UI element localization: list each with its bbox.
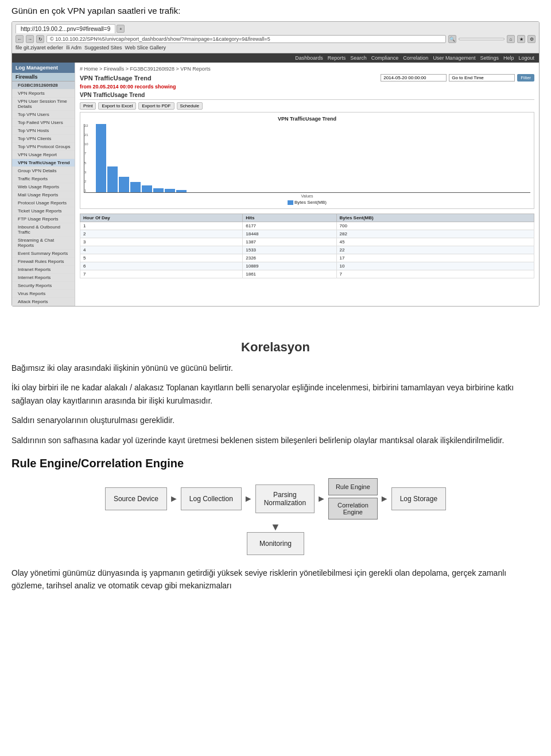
col-header-bytes: Bytes Sent(MB) — [336, 214, 534, 222]
correlation-engine-label: Correlation Engine — [337, 502, 368, 515]
report-actions: Print Export to Excel Export to PDF Sche… — [80, 102, 534, 110]
nav-dashboards[interactable]: Dashboards — [295, 55, 323, 61]
monitoring-label: Monitoring — [259, 540, 292, 548]
log-storage-label: Log Storage — [400, 495, 437, 503]
sidebar-item-11[interactable]: Web Usage Reports — [12, 183, 75, 191]
sidebar-item-23[interactable]: Virus Reports — [12, 290, 75, 298]
log-collection-box: Log Collection — [181, 487, 242, 510]
sidebar-device[interactable]: FG3BC391260t928 — [12, 82, 75, 90]
reload-btn[interactable]: ↻ — [36, 35, 44, 43]
schedule-btn[interactable]: Schedule — [177, 102, 203, 110]
table-cell-4-2: 17 — [336, 254, 534, 262]
bookmark-3[interactable]: Suggested Sites — [84, 45, 122, 51]
korelasyon-text2: İki olay birbiri ile ne kadar alakalı / … — [11, 381, 540, 407]
korelasyon-text4: Saldırının son safhasına kadar yol üzeri… — [11, 434, 540, 447]
sidebar-item-16[interactable]: Inbound & Outbound Traffic — [12, 223, 75, 237]
sidebar-item-15[interactable]: FTP Usage Reports — [12, 215, 75, 223]
home-icon[interactable]: ⌂ — [507, 35, 515, 43]
browser-bookmarks: file git.ziyaret ederler İli Adm Suggest… — [15, 45, 536, 51]
print-btn[interactable]: Print — [80, 102, 96, 110]
korelasyon-text3: Saldırı senaryolarının oluşturulması ger… — [11, 414, 540, 427]
chart-y-labels: 22 21 10 7 5 3 2 1 — [84, 124, 96, 192]
chart-bar-5 — [153, 188, 164, 192]
export-excel-btn[interactable]: Export to Excel — [98, 102, 136, 110]
sidebar-item-19[interactable]: Firewall Rules Reports — [12, 258, 75, 266]
data-table: Hour Of Day Hits Bytes Sent(MB) 16177700… — [80, 214, 534, 278]
export-pdf-btn[interactable]: Export to PDF — [138, 102, 174, 110]
korelasyon-heading: Korelasyon — [11, 340, 540, 355]
sidebar-item-10[interactable]: Traffic Reports — [12, 175, 75, 183]
bookmark-1[interactable]: file git.ziyaret ederler — [15, 45, 63, 51]
sidebar-item-18[interactable]: Event Summary Reports — [12, 250, 75, 258]
breadcrumb: # Home > Firewalls > FG3BC391260t928 > V… — [80, 66, 534, 72]
nav-settings[interactable]: Settings — [480, 55, 499, 61]
nav-logout[interactable]: Logout — [518, 55, 534, 61]
legend-item-0: Bytes Sent(MB) — [288, 200, 327, 205]
url-bar[interactable]: © 10.10.100.22/SPN%5/univcap/report_dash… — [46, 35, 446, 43]
table-row: 4153322 — [80, 246, 534, 254]
settings-icon[interactable]: ⚙ — [527, 35, 536, 43]
y-label-1: 21 — [84, 133, 96, 137]
table-cell-0-1: 6177 — [243, 222, 336, 230]
nav-correlation[interactable]: Correlation — [403, 55, 428, 61]
sidebar-item-9[interactable]: Group VPN Details — [12, 167, 75, 175]
sidebar-item-22[interactable]: Security Reports — [12, 282, 75, 290]
sidebar-header: Log Management — [12, 63, 75, 73]
forward-btn[interactable]: → — [26, 35, 34, 43]
sidebar-item-2[interactable]: Top VPN Users — [12, 111, 75, 119]
sidebar-item-4[interactable]: Top VPN Hosts — [12, 127, 75, 135]
table-cell-6-0: 7 — [80, 270, 243, 278]
browser-addressbar: ← → ↻ © 10.10.100.22/SPN%5/univcap/repor… — [15, 35, 536, 43]
nav-compliance[interactable]: Compliance — [371, 55, 399, 61]
date-to-input[interactable] — [449, 74, 515, 82]
sidebar-item-21[interactable]: Internet Reports — [12, 274, 75, 282]
sidebar-item-14[interactable]: Ticket Usage Reports — [12, 207, 75, 215]
table-row: 3138745 — [80, 238, 534, 246]
sidebar-item-12[interactable]: Mail Usage Reports — [12, 191, 75, 199]
diagram-container: Source Device ► Log Collection ► Parsing… — [11, 478, 540, 555]
top-heading: Günün en çok VPN yapılan saatleri ve tra… — [11, 6, 540, 15]
nav-help[interactable]: Help — [503, 55, 514, 61]
col-header-hour: Hour Of Day — [80, 214, 243, 222]
browser-chrome: http://10.19.00.2...pnv=9#firewall=9 + ←… — [12, 22, 539, 53]
browser-tab[interactable]: http://10.19.00.2...pnv=9#firewall=9 — [15, 24, 115, 33]
sidebar-item-6[interactable]: Top VPN Protocol Groups — [12, 143, 75, 151]
sidebar-item-7[interactable]: VPN Usage Report — [12, 151, 75, 159]
nav-reports[interactable]: Reports — [328, 55, 346, 61]
sidebar-item-3[interactable]: Top Failed VPN Users — [12, 119, 75, 127]
sidebar-item-20[interactable]: Intranet Reports — [12, 266, 75, 274]
back-btn[interactable]: ← — [15, 35, 24, 43]
nav-search[interactable]: Search — [350, 55, 367, 61]
sidebar-item-1[interactable]: VPN User Session Time Details — [12, 98, 75, 111]
nav-usermgmt[interactable]: User Management — [433, 55, 475, 61]
table-row: 718617 — [80, 270, 534, 278]
table-cell-3-1: 1533 — [243, 246, 336, 254]
log-collection-label: Log Collection — [189, 495, 233, 503]
chart-bar-2 — [119, 177, 129, 192]
browser-screenshot: http://10.19.00.2...pnv=9#firewall=9 + ←… — [11, 21, 540, 307]
sidebar-item-8[interactable]: VPN TrafficUsage Trend — [12, 159, 75, 167]
sidebar-item-13[interactable]: Protocol Usage Reports — [12, 199, 75, 207]
star-icon[interactable]: ★ — [517, 35, 525, 43]
sidebar-item-17[interactable]: Streaming & Chat Reports — [12, 237, 75, 250]
app-body: Log Management Firewalls FG3BC391260t928… — [12, 63, 539, 306]
table-cell-2-2: 45 — [336, 238, 534, 246]
chart-bars — [96, 124, 530, 192]
sidebar: Log Management Firewalls FG3BC391260t928… — [12, 63, 75, 306]
sidebar-item-24[interactable]: Attack Reports — [12, 298, 75, 306]
chart-bar-7 — [176, 190, 187, 192]
rule-engine-label: Rule Engine — [336, 483, 370, 490]
table-row: 16177700 — [80, 222, 534, 230]
chart-bar-4 — [142, 185, 152, 192]
browser-search-input[interactable] — [459, 38, 505, 40]
sidebar-item-5[interactable]: Top VPN Clients — [12, 135, 75, 143]
filter-button[interactable]: Filter — [517, 74, 534, 82]
y-label-7: 1 — [84, 189, 96, 192]
date-from-input[interactable] — [381, 74, 447, 82]
source-device-box: Source Device — [105, 487, 167, 510]
sidebar-item-0[interactable]: VPN Reports — [12, 90, 75, 98]
report-title-bar: VPN TrafficUsage Trend Filter — [80, 74, 534, 82]
bookmark-4[interactable]: Web Slice Gallery — [125, 45, 166, 51]
bookmark-2[interactable]: İli Adm — [66, 45, 82, 51]
new-tab-btn[interactable]: + — [117, 25, 125, 33]
